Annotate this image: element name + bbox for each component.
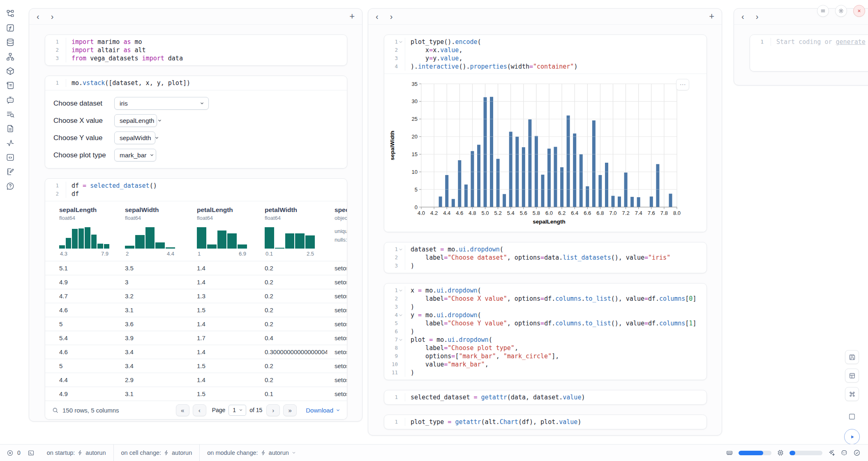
cpu-icon[interactable] <box>777 449 784 456</box>
dropdown-select[interactable]: iris <box>114 97 209 110</box>
table-row[interactable]: 5.13.51.40.2setosa <box>45 261 347 275</box>
svg-text:20: 20 <box>412 134 418 140</box>
column-prev-button[interactable]: ‹ <box>37 12 39 21</box>
list-search-icon[interactable] <box>6 110 15 119</box>
table-row[interactable]: 4.63.41.40.30000000000000004setosa <box>45 345 347 359</box>
file-tree-icon[interactable] <box>6 9 15 18</box>
add-cell-button[interactable]: + <box>709 12 714 21</box>
command-palette-button[interactable] <box>845 387 859 401</box>
table-column-header[interactable]: speciesobjectunique:nulls: <box>327 206 347 261</box>
scratchpad-icon[interactable] <box>6 167 15 176</box>
notebook-cell[interactable]: 1x = mo.ui.dropdown(2 label="Choose X va… <box>384 283 707 380</box>
line-number-gutter: 3 <box>384 262 405 270</box>
column-histogram[interactable] <box>265 226 315 249</box>
notebook-cell[interactable]: 1mo.vstack([dataset, x, y, plot])Choose … <box>45 76 347 168</box>
cell-code-editor[interactable]: 1x = mo.ui.dropdown(2 label="Choose X va… <box>384 284 706 380</box>
notebook-cell[interactable]: 1selected_dataset = getattr(data, datase… <box>384 390 707 405</box>
terminal-icon[interactable] <box>28 449 35 456</box>
layout-toggle-button[interactable] <box>845 369 859 383</box>
table-row[interactable]: 4.931.40.2setosa <box>45 275 347 289</box>
document-icon[interactable] <box>6 124 15 133</box>
dropdown-select[interactable]: sepalLength <box>114 114 157 127</box>
package-icon[interactable] <box>6 67 15 76</box>
autorun-label: on module change: <box>207 449 258 456</box>
run-all-button[interactable] <box>844 429 860 445</box>
activity-icon[interactable] <box>6 138 15 148</box>
panel-menu-button[interactable] <box>817 5 829 17</box>
cell-code-editor[interactable]: 1plot_type = getattr(alt.Chart(df), plot… <box>384 415 706 429</box>
notebook-cell[interactable]: 1plot_type().encode(2 x=x.value,3 y=y.va… <box>384 35 707 232</box>
page-select[interactable]: 1 <box>229 405 246 416</box>
table-row[interactable]: 4.63.11.50.2setosa <box>45 303 347 317</box>
dropdown-select[interactable]: mark_bar <box>114 149 156 161</box>
column-next-button[interactable]: › <box>51 12 54 21</box>
column-prev-button[interactable]: ‹ <box>376 12 379 21</box>
autorun-setting[interactable]: on cell change:autorun <box>113 445 200 461</box>
code-line: 1df = selected_dataset() <box>45 182 347 190</box>
table-row[interactable]: 5.43.91.70.4setosa <box>45 331 347 345</box>
autorun-setting[interactable]: on module change:autorun <box>199 445 304 461</box>
shutdown-button[interactable] <box>853 5 865 17</box>
dropdown-select[interactable]: sepalWidth <box>114 131 155 144</box>
table-row[interactable]: 4.73.21.30.2setosa <box>45 289 347 303</box>
chat-bot-icon[interactable] <box>6 95 15 104</box>
help-icon[interactable] <box>6 182 15 191</box>
code-line: 3) <box>384 303 706 311</box>
notebook-cell[interactable]: 1df = selected_dataset()2dfsepalLengthfl… <box>45 178 347 420</box>
scroll-icon[interactable] <box>6 81 15 90</box>
column-histogram[interactable] <box>197 226 247 249</box>
errors-icon[interactable] <box>7 449 14 456</box>
check-circle-icon[interactable] <box>853 449 861 456</box>
table-column-header[interactable]: petalWidthfloat640.12.5 <box>257 206 327 261</box>
status-right <box>726 449 868 456</box>
code-line: 1dataset = mo.ui.dropdown( <box>384 245 706 254</box>
table-row[interactable]: 4.42.91.40.2setosa <box>45 373 347 387</box>
database-icon[interactable] <box>6 38 15 47</box>
column-histogram[interactable] <box>125 226 175 249</box>
cell-code-editor[interactable]: 1mo.vstack([dataset, x, y, plot]) <box>45 76 347 90</box>
column-next-button[interactable]: › <box>390 12 393 21</box>
autorun-setting[interactable]: on startup:autorun <box>39 445 113 461</box>
last-page-button[interactable]: » <box>283 404 297 416</box>
copilot-icon[interactable] <box>840 449 848 456</box>
code-line: 8 label="Choose plot type", <box>384 344 706 352</box>
settings-button[interactable] <box>835 5 847 17</box>
cell-output: sepalLengthfloat644.37.9sepalWidthfloat6… <box>45 201 347 419</box>
notebook-cell[interactable]: 1dataset = mo.ui.dropdown(2 label="Choos… <box>384 242 707 273</box>
table-row[interactable]: 53.41.50.2setosa <box>45 359 347 373</box>
sparkles-icon[interactable] <box>828 449 835 456</box>
table-row[interactable]: 53.61.40.2setosa <box>45 317 347 331</box>
table-column-header[interactable]: sepalWidthfloat6424.4 <box>118 206 189 261</box>
download-button[interactable]: Download <box>306 407 340 414</box>
autorun-value: autorun <box>269 449 289 456</box>
svg-text:5.8: 5.8 <box>533 210 540 216</box>
add-cell-button[interactable]: + <box>349 12 355 21</box>
memory-icon[interactable] <box>726 449 733 456</box>
column-next-button[interactable]: › <box>756 12 759 21</box>
next-page-button[interactable]: › <box>266 404 280 416</box>
minimap-button[interactable] <box>845 410 859 423</box>
notebook-cell[interactable]: 1plot_type = getattr(alt.Chart(df), plot… <box>384 415 707 429</box>
cell-code-editor[interactable]: 1df = selected_dataset()2df <box>45 179 347 201</box>
cell-editor-placeholder[interactable]: 1Start coding or generate with <box>750 35 868 49</box>
chart-actions-button[interactable]: ⋯ <box>676 79 689 90</box>
table-row[interactable]: 4.93.11.50.1setosa <box>45 387 347 401</box>
cell-code-editor[interactable]: 1selected_dataset = getattr(data, datase… <box>384 390 706 404</box>
prev-page-button[interactable]: ‹ <box>193 404 206 416</box>
column-histogram[interactable] <box>59 226 109 249</box>
function-square-icon[interactable] <box>6 23 15 32</box>
first-page-button[interactable]: « <box>176 404 189 416</box>
cell-code-editor[interactable]: 1import marimo as mo2import altair as al… <box>45 35 347 65</box>
cell-code-editor[interactable]: 1plot_type().encode(2 x=x.value,3 y=y.va… <box>384 35 706 74</box>
notebook-cell[interactable]: 1Start coding or generate with <box>750 35 868 71</box>
dependency-graph-icon[interactable] <box>6 52 15 61</box>
table-column-header[interactable]: petalLengthfloat6416.9 <box>189 206 257 261</box>
snippets-icon[interactable] <box>6 153 15 162</box>
column-prev-button[interactable]: ‹ <box>741 12 744 21</box>
altair-bar-chart[interactable]: 4.04.24.44.64.85.05.25.45.65.86.06.26.46… <box>388 78 695 228</box>
table-column-header[interactable]: sepalLengthfloat644.37.9 <box>52 206 118 261</box>
cell-code-editor[interactable]: 1dataset = mo.ui.dropdown(2 label="Choos… <box>384 242 706 273</box>
notebook-cell[interactable]: 1import marimo as mo2import altair as al… <box>45 35 347 66</box>
search-icon[interactable] <box>52 407 59 414</box>
save-button[interactable] <box>845 350 859 364</box>
